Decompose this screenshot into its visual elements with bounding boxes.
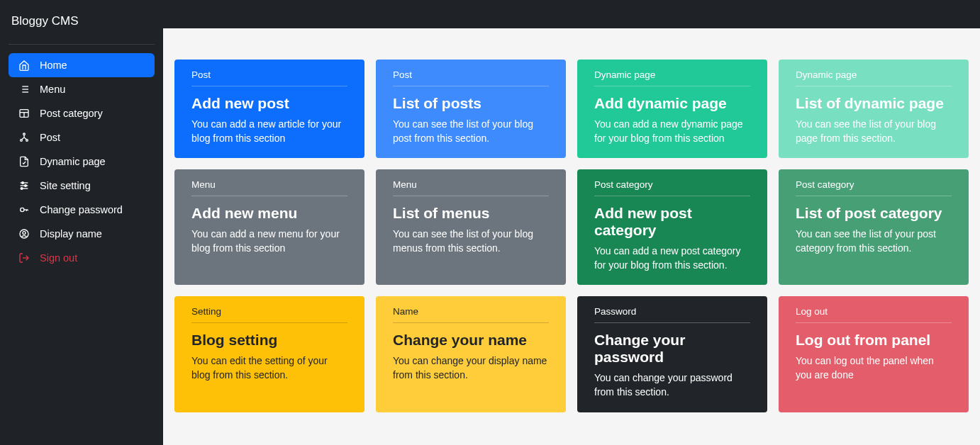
card-desc: You can change your display name from th…	[393, 354, 549, 382]
sliders-icon	[18, 180, 30, 191]
sidebar-item-label: Dynamic page	[40, 156, 106, 167]
card-9[interactable]: NameChange your nameYou can change your …	[376, 296, 566, 412]
sidebar-item-label: Menu	[40, 84, 65, 95]
card-10[interactable]: PasswordChange your passwordYou can chan…	[577, 296, 767, 412]
card-desc: You can see the list of your post catego…	[796, 227, 952, 255]
card-title: Add new menu	[191, 205, 347, 222]
sidebar-item-change-password[interactable]: Change password	[9, 198, 155, 222]
sidebar-item-home[interactable]: Home	[9, 53, 155, 77]
nodes-icon	[18, 132, 30, 143]
sidebar-item-post-category[interactable]: Post category	[9, 101, 155, 125]
card-desc: You can add a new post category for your…	[594, 244, 750, 272]
card-category: Password	[594, 306, 750, 323]
card-6[interactable]: Post categoryAdd new post categoryYou ca…	[577, 169, 767, 285]
card-desc: You can see the list of your blog menus …	[393, 227, 549, 255]
svg-point-23	[23, 232, 26, 235]
card-title: Add dynamic page	[594, 95, 750, 112]
card-category: Setting	[191, 306, 347, 323]
card-desc: You can add a new menu for your blog fro…	[191, 227, 347, 255]
card-2[interactable]: Dynamic pageAdd dynamic pageYou can add …	[577, 60, 767, 158]
svg-point-9	[23, 133, 26, 135]
topbar	[163, 0, 980, 28]
card-title: Blog setting	[191, 332, 347, 349]
user-circle-icon	[18, 228, 30, 240]
card-title: Add new post	[191, 95, 347, 112]
card-category: Menu	[191, 179, 347, 196]
card-title: Log out from panel	[796, 332, 952, 349]
card-title: List of menus	[393, 205, 549, 222]
signout-icon	[18, 252, 30, 264]
home-icon	[18, 60, 30, 71]
card-title: List of posts	[393, 95, 549, 112]
sidebar-item-label: Sign out	[40, 252, 77, 264]
card-title: List of dynamic page	[796, 95, 952, 112]
list-icon	[18, 84, 30, 95]
card-title: Change your password	[594, 332, 750, 366]
card-category: Post category	[796, 179, 952, 196]
sidebar-item-post[interactable]: Post	[9, 125, 155, 150]
sidebar-item-display-name[interactable]: Display name	[9, 222, 155, 246]
card-11[interactable]: Log outLog out from panelYou can log out…	[779, 296, 969, 412]
brand-title: Bloggy CMS	[9, 11, 155, 40]
card-1[interactable]: PostList of postsYou can see the list of…	[376, 60, 566, 158]
sidebar-item-dynamic-page[interactable]: Dynamic page	[9, 150, 155, 174]
layout-icon	[18, 108, 30, 119]
card-0[interactable]: PostAdd new postYou can add a new articl…	[174, 60, 364, 158]
sidebar-item-label: Display name	[40, 228, 102, 240]
sidebar-item-label: Post	[40, 132, 60, 143]
sidebar-item-label: Site setting	[40, 180, 91, 191]
card-category: Post	[393, 69, 549, 86]
card-title: List of post category	[796, 205, 952, 222]
svg-point-10	[21, 140, 23, 142]
card-8[interactable]: SettingBlog settingYou can edit the sett…	[174, 296, 364, 412]
card-desc: You can log out the panel when you are d…	[796, 354, 952, 382]
card-title: Change your name	[393, 332, 549, 349]
card-desc: You can change your password from this s…	[594, 371, 750, 399]
divider	[9, 44, 155, 45]
card-3[interactable]: Dynamic pageList of dynamic pageYou can …	[779, 60, 969, 158]
card-desc: You can add a new dynamic page for your …	[594, 118, 750, 145]
sidebar-item-label: Home	[40, 60, 67, 71]
sidebar: Bloggy CMS Home Menu Post category Post …	[0, 0, 163, 445]
card-desc: You can add a new article for your blog …	[191, 118, 347, 145]
svg-point-15	[25, 185, 27, 187]
sidebar-item-label: Post category	[40, 108, 103, 119]
svg-point-18	[21, 208, 24, 211]
main-content: PostAdd new postYou can add a new articl…	[163, 0, 980, 424]
svg-point-11	[26, 140, 28, 142]
sidebar-item-menu[interactable]: Menu	[9, 77, 155, 101]
card-desc: You can see the list of your blog post f…	[393, 118, 549, 145]
svg-point-17	[21, 188, 23, 190]
card-4[interactable]: MenuAdd new menuYou can add a new menu f…	[174, 169, 364, 285]
card-category: Post category	[594, 179, 750, 196]
card-title: Add new post category	[594, 205, 750, 239]
card-5[interactable]: MenuList of menusYou can see the list of…	[376, 169, 566, 285]
svg-point-13	[22, 182, 24, 184]
sidebar-item-site-setting[interactable]: Site setting	[9, 174, 155, 198]
card-category: Post	[191, 69, 347, 86]
sidebar-nav: Home Menu Post category Post Dynamic pag…	[9, 53, 155, 270]
card-category: Dynamic page	[796, 69, 952, 86]
cards-grid: PostAdd new postYou can add a new articl…	[174, 60, 969, 412]
card-category: Dynamic page	[594, 69, 750, 86]
card-desc: You can see the list of your blog page f…	[796, 118, 952, 145]
sidebar-item-sign-out[interactable]: Sign out	[9, 246, 155, 270]
key-icon	[18, 204, 30, 215]
card-category: Menu	[393, 179, 549, 196]
sidebar-item-label: Change password	[40, 204, 123, 215]
card-desc: You can edit the setting of your blog fr…	[191, 354, 347, 382]
card-category: Name	[393, 306, 549, 323]
card-category: Log out	[796, 306, 952, 323]
card-7[interactable]: Post categoryList of post categoryYou ca…	[779, 169, 969, 285]
file-check-icon	[18, 156, 30, 167]
